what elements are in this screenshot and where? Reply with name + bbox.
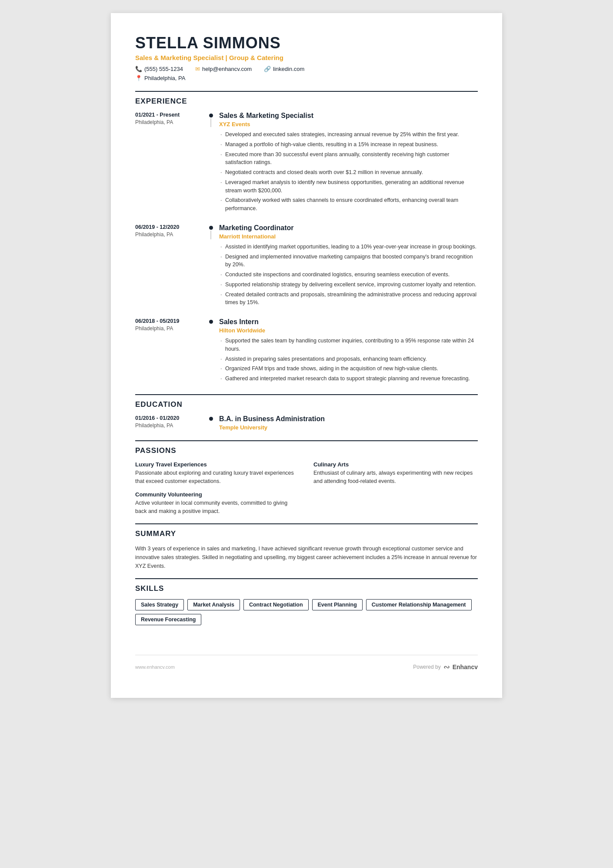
exp-line-0 <box>210 118 211 127</box>
edu-content-0: B.A. in Business Administration Temple U… <box>219 415 478 431</box>
email-text: help@enhancv.com <box>202 66 252 72</box>
edu-location-0: Philadelphia, PA <box>135 422 203 429</box>
exp-dot-line-2 <box>207 318 215 324</box>
exp-dot-1 <box>209 226 213 230</box>
header: STELLA SIMMONS Sales & Marketing Special… <box>135 34 478 83</box>
exp-bullet-2-1: Assisted in preparing sales presentation… <box>219 355 478 363</box>
exp-bullets-1: Assisted in identifying market opportuni… <box>219 243 478 307</box>
skills-grid: Sales Strategy Market Analysis Contract … <box>135 599 478 629</box>
location-icon: 📍 <box>135 75 142 81</box>
passion-text-2: Active volunteer in local community even… <box>135 499 300 516</box>
exp-bullet-1-0: Assisted in identifying market opportuni… <box>219 243 478 251</box>
enhancv-brand-name: Enhancv <box>453 664 478 670</box>
exp-content-1: Marketing Coordinator Marriott Internati… <box>219 224 478 308</box>
skill-5: Revenue Forecasting <box>135 614 201 625</box>
exp-dot-0 <box>209 114 213 117</box>
passion-title-2: Community Volunteering <box>135 491 300 498</box>
exp-bullet-0-5: Collaboratively worked with sales channe… <box>219 196 478 213</box>
exp-location-0: Philadelphia, PA <box>135 119 203 125</box>
exp-dot-line-1 <box>207 224 215 239</box>
passion-item-0: Luxury Travel Experiences Passionate abo… <box>135 461 300 486</box>
email-icon: ✉ <box>195 66 200 72</box>
exp-job-title-2: Sales Intern <box>219 318 478 326</box>
phone-icon: 📞 <box>135 66 142 72</box>
exp-content-0: Sales & Marketing Specialist XYZ Events … <box>219 112 478 214</box>
exp-location-1: Philadelphia, PA <box>135 231 203 238</box>
skill-4: Customer Relationship Management <box>366 599 472 610</box>
experience-item-1: 06/2019 - 12/2020 Philadelphia, PA Marke… <box>135 224 478 308</box>
exp-left-2: 06/2018 - 05/2019 Philadelphia, PA <box>135 318 207 332</box>
exp-bullet-1-1: Designed and implemented innovative mark… <box>219 253 478 269</box>
skill-3: Event Planning <box>312 599 363 610</box>
candidate-name: STELLA SIMMONS <box>135 34 478 52</box>
location-row: 📍 Philadelphia, PA <box>135 75 478 83</box>
exp-job-title-1: Marketing Coordinator <box>219 224 478 232</box>
passion-title-0: Luxury Travel Experiences <box>135 461 300 468</box>
experience-item-0: 01/2021 - Present Philadelphia, PA Sales… <box>135 112 478 214</box>
exp-location-2: Philadelphia, PA <box>135 325 203 332</box>
exp-bullet-2-2: Organized FAM trips and trade shows, aid… <box>219 365 478 373</box>
passion-title-1: Culinary Arts <box>313 461 478 468</box>
edu-school-0: Temple University <box>219 424 478 431</box>
passion-text-1: Enthusiast of culinary arts, always expe… <box>313 469 478 486</box>
exp-line-1 <box>210 231 211 239</box>
exp-date-2: 06/2018 - 05/2019 <box>135 318 203 324</box>
passion-text-0: Passionate about exploring and curating … <box>135 469 300 486</box>
powered-by-text: Powered by <box>413 664 440 670</box>
skills-section-title: SKILLS <box>135 584 478 593</box>
contact-row: 📞 (555) 555-1234 ✉ help@enhancv.com 🔗 li… <box>135 66 478 74</box>
exp-bullet-0-3: Negotiated contracts and closed deals wo… <box>219 168 478 177</box>
resume-page: STELLA SIMMONS Sales & Marketing Special… <box>111 13 502 698</box>
exp-bullet-2-0: Supported the sales team by handling cus… <box>219 337 478 353</box>
location-contact: 📍 Philadelphia, PA <box>135 75 185 81</box>
exp-bullet-0-2: Executed more than 30 successful event p… <box>219 151 478 167</box>
passion-item-2: Community Volunteering Active volunteer … <box>135 491 300 516</box>
education-section-title: EDUCATION <box>135 400 478 409</box>
experience-item-2: 06/2018 - 05/2019 Philadelphia, PA Sales… <box>135 318 478 385</box>
phone-contact: 📞 (555) 555-1234 <box>135 66 183 72</box>
phone-text: (555) 555-1234 <box>144 66 183 72</box>
footer-website: www.enhancv.com <box>135 664 175 670</box>
education-item-0: 01/2016 - 01/2020 Philadelphia, PA B.A. … <box>135 415 478 431</box>
skill-1: Market Analysis <box>187 599 240 610</box>
summary-section-title: SUMMARY <box>135 530 478 538</box>
exp-company-1: Marriott International <box>219 233 478 240</box>
exp-bullet-0-0: Developed and executed sales strategies,… <box>219 131 478 139</box>
footer-brand: Powered by ∾ Enhancv <box>413 662 478 672</box>
location-text: Philadelphia, PA <box>144 75 185 81</box>
exp-date-0: 01/2021 - Present <box>135 112 203 118</box>
candidate-title: Sales & Marketing Specialist | Group & C… <box>135 54 478 61</box>
linkedin-contact: 🔗 linkedin.com <box>264 66 304 72</box>
exp-dot-line-0 <box>207 112 215 127</box>
exp-date-1: 06/2019 - 12/2020 <box>135 224 203 230</box>
edu-dot-0 <box>209 417 213 421</box>
exp-dot-2 <box>209 320 213 324</box>
skill-0: Sales Strategy <box>135 599 184 610</box>
edu-left-0: 01/2016 - 01/2020 Philadelphia, PA <box>135 415 207 429</box>
summary-text: With 3 years of experience in sales and … <box>135 544 478 570</box>
enhancv-logo-icon: ∾ <box>443 662 450 672</box>
edu-dot-line-0 <box>207 415 215 421</box>
passions-section-title: PASSIONS <box>135 446 478 455</box>
skill-2: Contract Negotiation <box>243 599 309 610</box>
passion-item-1: Culinary Arts Enthusiast of culinary art… <box>313 461 478 486</box>
linkedin-text: linkedin.com <box>273 66 304 72</box>
link-icon: 🔗 <box>264 66 271 72</box>
edu-date-0: 01/2016 - 01/2020 <box>135 415 203 421</box>
exp-company-0: XYZ Events <box>219 121 478 127</box>
exp-bullet-1-2: Conducted site inspections and coordinat… <box>219 271 478 279</box>
experience-section-title: EXPERIENCE <box>135 97 478 106</box>
exp-bullet-1-3: Supported relationship strategy by deliv… <box>219 281 478 289</box>
exp-content-2: Sales Intern Hilton Worldwide Supported … <box>219 318 478 385</box>
exp-bullets-2: Supported the sales team by handling cus… <box>219 337 478 383</box>
exp-bullet-0-4: Leveraged market analysis to identify ne… <box>219 178 478 195</box>
exp-left-1: 06/2019 - 12/2020 Philadelphia, PA <box>135 224 207 238</box>
exp-left-0: 01/2021 - Present Philadelphia, PA <box>135 112 207 125</box>
exp-bullet-0-1: Managed a portfolio of high-value client… <box>219 141 478 149</box>
summary-divider <box>135 523 478 524</box>
footer: www.enhancv.com Powered by ∾ Enhancv <box>135 655 478 672</box>
passions-divider <box>135 440 478 441</box>
exp-bullets-0: Developed and executed sales strategies,… <box>219 131 478 213</box>
education-divider <box>135 394 478 395</box>
experience-divider <box>135 91 478 92</box>
